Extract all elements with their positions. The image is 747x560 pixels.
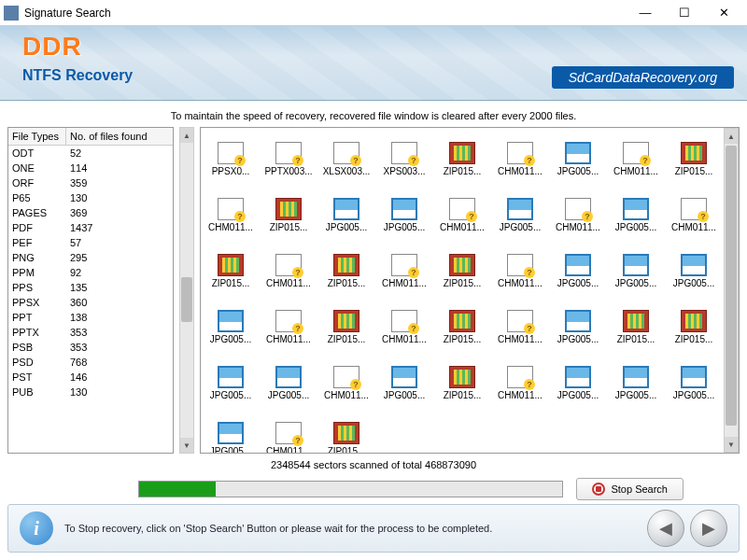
file-type-row[interactable]: P65130 bbox=[8, 190, 173, 205]
file-item[interactable]: CHM011... bbox=[492, 300, 548, 354]
file-item[interactable]: JPG005... bbox=[203, 412, 259, 453]
file-label: JPG005... bbox=[384, 222, 425, 232]
file-label: PPSX0... bbox=[212, 166, 250, 176]
file-item[interactable]: CHM011... bbox=[492, 244, 548, 298]
file-item[interactable]: JPG005... bbox=[492, 188, 548, 242]
file-item[interactable]: CHM011... bbox=[376, 244, 432, 298]
file-item[interactable]: ZIP015... bbox=[666, 132, 722, 186]
footer-text: To Stop recovery, click on 'Stop Search'… bbox=[64, 523, 636, 534]
file-item[interactable]: PPSX0... bbox=[203, 132, 259, 186]
file-label: XLSX003... bbox=[323, 166, 371, 176]
file-type-row[interactable]: PSD768 bbox=[8, 355, 173, 370]
file-item[interactable]: ZIP015... bbox=[434, 300, 490, 354]
file-count: 114 bbox=[70, 162, 87, 174]
file-type-row[interactable]: ODT52 bbox=[8, 146, 173, 161]
file-item[interactable]: CHM011... bbox=[666, 188, 722, 242]
file-item[interactable]: CHM011... bbox=[203, 188, 259, 242]
file-label: JPG005... bbox=[557, 166, 599, 176]
file-item[interactable]: CHM011... bbox=[376, 300, 432, 354]
file-item[interactable]: JPG005... bbox=[666, 356, 722, 410]
close-button[interactable]: ✕ bbox=[704, 1, 743, 25]
file-icon bbox=[391, 198, 417, 220]
file-type: PNG bbox=[12, 252, 70, 263]
file-item[interactable]: CHM011... bbox=[492, 132, 548, 186]
minimize-button[interactable]: — bbox=[626, 1, 665, 25]
scroll-down-icon[interactable]: ▼ bbox=[725, 437, 738, 452]
forward-button[interactable]: ▶ bbox=[690, 510, 727, 547]
scroll-up-icon[interactable]: ▲ bbox=[180, 128, 193, 143]
footer-bar: i To Stop recovery, click on 'Stop Searc… bbox=[7, 504, 740, 553]
file-type: PSD bbox=[12, 357, 70, 368]
file-item[interactable]: CHM011... bbox=[608, 132, 664, 186]
file-type-row[interactable]: PPM92 bbox=[8, 265, 173, 280]
file-item[interactable]: JPG005... bbox=[550, 300, 606, 354]
file-item[interactable]: ZIP015... bbox=[666, 300, 722, 354]
file-item[interactable]: CHM011... bbox=[434, 188, 490, 242]
file-item[interactable]: CHM011... bbox=[318, 356, 374, 410]
file-item[interactable]: ZIP015... bbox=[318, 300, 374, 354]
file-type: PPT bbox=[12, 312, 70, 323]
back-button[interactable]: ◀ bbox=[647, 510, 684, 547]
file-type-row[interactable]: PEF57 bbox=[8, 235, 173, 250]
file-item[interactable]: ZIP015... bbox=[434, 356, 490, 410]
file-type-row[interactable]: PUB130 bbox=[8, 385, 173, 399]
left-scrollbar[interactable]: ▲ ▼ bbox=[179, 127, 194, 454]
stop-search-button[interactable]: Stop Search bbox=[576, 478, 684, 500]
file-type-row[interactable]: PPTX353 bbox=[8, 325, 173, 340]
stop-label: Stop Search bbox=[611, 483, 668, 495]
file-item[interactable]: JPG005... bbox=[376, 188, 432, 242]
file-item[interactable]: ZIP015... bbox=[608, 300, 664, 354]
file-icon bbox=[449, 254, 475, 276]
file-item[interactable]: ZIP015... bbox=[203, 244, 259, 298]
file-item[interactable]: ZIP015... bbox=[261, 188, 317, 242]
file-item[interactable]: CHM011... bbox=[492, 356, 548, 410]
file-item[interactable]: CHM011... bbox=[261, 412, 317, 453]
file-item[interactable]: CHM011... bbox=[550, 188, 606, 242]
file-count: 130 bbox=[70, 192, 87, 203]
file-item[interactable]: ZIP015... bbox=[434, 132, 490, 186]
info-icon: i bbox=[20, 511, 53, 545]
file-item[interactable]: ZIP015... bbox=[318, 412, 374, 453]
file-item[interactable]: JPG005... bbox=[608, 244, 664, 298]
scroll-down-icon[interactable]: ▼ bbox=[180, 438, 193, 453]
right-scrollbar[interactable]: ▲ ▼ bbox=[724, 128, 739, 453]
file-type-row[interactable]: PPSX360 bbox=[8, 295, 173, 310]
file-type-row[interactable]: PNG295 bbox=[8, 250, 173, 265]
maximize-button[interactable]: ☐ bbox=[665, 1, 704, 25]
file-item[interactable]: XPS003... bbox=[376, 132, 432, 186]
file-type-row[interactable]: PAGES369 bbox=[8, 205, 173, 220]
file-item[interactable]: XLSX003... bbox=[318, 132, 374, 186]
file-item[interactable]: CHM011... bbox=[261, 300, 317, 354]
file-item[interactable]: JPG005... bbox=[666, 244, 722, 298]
file-type-row[interactable]: PSB353 bbox=[8, 340, 173, 355]
scroll-up-icon[interactable]: ▲ bbox=[725, 129, 738, 144]
file-item[interactable]: JPG005... bbox=[261, 356, 317, 410]
scroll-thumb[interactable] bbox=[181, 277, 192, 322]
file-type-row[interactable]: ORF359 bbox=[8, 175, 173, 190]
file-type-row[interactable]: PPS135 bbox=[8, 280, 173, 295]
file-item[interactable]: JPG005... bbox=[608, 188, 664, 242]
file-icon bbox=[449, 142, 475, 164]
file-item[interactable]: JPG005... bbox=[318, 188, 374, 242]
scroll-thumb[interactable] bbox=[726, 146, 737, 426]
file-type: PAGES bbox=[12, 207, 70, 218]
file-item[interactable]: JPG005... bbox=[376, 356, 432, 410]
file-item[interactable]: ZIP015... bbox=[434, 244, 490, 298]
file-item[interactable]: PPTX003... bbox=[261, 132, 317, 186]
file-label: CHM011... bbox=[556, 222, 600, 232]
file-type-row[interactable]: ONE114 bbox=[8, 161, 173, 175]
file-icon bbox=[275, 422, 302, 444]
file-item[interactable]: JPG005... bbox=[203, 300, 259, 354]
file-item[interactable]: CHM011... bbox=[261, 244, 317, 298]
file-item[interactable]: JPG005... bbox=[550, 244, 606, 298]
file-item[interactable]: JPG005... bbox=[203, 356, 259, 410]
file-item[interactable]: JPG005... bbox=[608, 356, 664, 410]
file-label: ZIP015... bbox=[212, 278, 250, 288]
file-item[interactable]: JPG005... bbox=[550, 132, 606, 186]
file-icon bbox=[391, 142, 417, 164]
file-item[interactable]: ZIP015... bbox=[318, 244, 374, 298]
file-item[interactable]: JPG005... bbox=[550, 356, 606, 410]
file-type-row[interactable]: PST146 bbox=[8, 370, 173, 385]
file-type-row[interactable]: PPT138 bbox=[8, 310, 173, 325]
file-type-row[interactable]: PDF1437 bbox=[8, 220, 173, 235]
